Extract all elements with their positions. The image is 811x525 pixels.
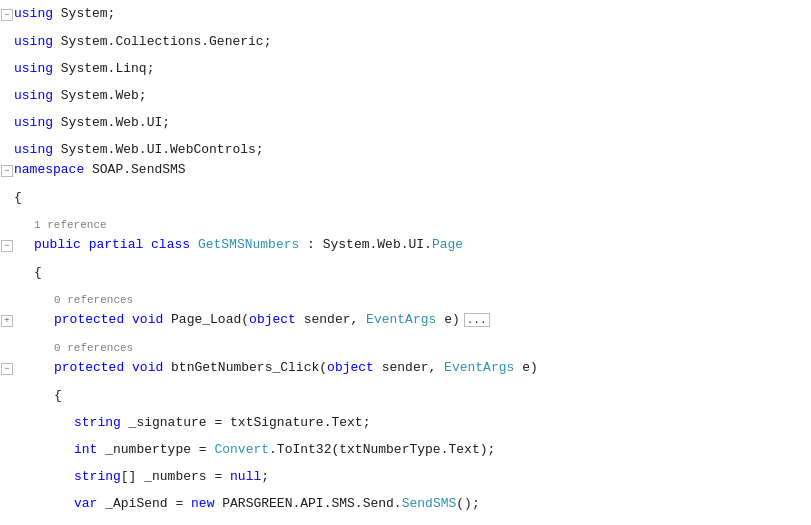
code-token xyxy=(81,237,89,252)
expand-button[interactable]: + xyxy=(1,315,13,327)
code-token: string xyxy=(74,415,121,430)
code-token: System.Web; xyxy=(53,88,147,103)
code-token: System.Collections.Generic; xyxy=(53,34,271,49)
code-content: using System.Web.UI.WebControls; xyxy=(14,140,264,160)
code-token: public xyxy=(34,237,81,252)
code-token: Convert xyxy=(214,442,269,457)
code-token: ; xyxy=(261,469,269,484)
code-content: using System; xyxy=(14,4,115,24)
collapse-button[interactable]: − xyxy=(1,9,13,21)
code-content: protected void btnGetNumbers_Click(objec… xyxy=(54,358,538,378)
code-token: Page_Load( xyxy=(163,312,249,327)
collapse-button[interactable]: − xyxy=(1,165,13,177)
code-token: System.Web.UI; xyxy=(53,115,170,130)
code-line: 0 references xyxy=(0,283,811,310)
code-content: using System.Web.UI; xyxy=(14,113,170,133)
code-content: 0 references xyxy=(54,338,133,358)
code-token: int xyxy=(74,442,97,457)
code-token: { xyxy=(54,388,62,403)
elipsis-badge[interactable]: ... xyxy=(464,313,490,327)
code-line: string _signature = txtSignature.Text; xyxy=(0,406,811,433)
code-content: namespace SOAP.SendSMS xyxy=(14,160,186,180)
code-content: string _signature = txtSignature.Text; xyxy=(74,413,370,433)
code-token: object xyxy=(327,360,374,375)
code-content: { xyxy=(34,263,42,283)
code-content: using System.Web; xyxy=(14,86,147,106)
gutter-icon[interactable]: − xyxy=(0,161,14,181)
code-token: e) xyxy=(514,360,537,375)
code-token: _signature = txtSignature.Text; xyxy=(121,415,371,430)
code-token: new xyxy=(191,496,214,511)
code-content: int _numbertype = Convert.ToInt32(txtNum… xyxy=(74,440,495,460)
gutter-icon xyxy=(0,514,14,525)
code-content: protected void Page_Load(object sender, … xyxy=(54,310,490,330)
code-token: SendSMS xyxy=(402,496,457,511)
gutter-icon xyxy=(0,106,14,126)
code-token: var xyxy=(74,496,97,511)
gutter-icon xyxy=(0,52,14,72)
code-token: _ApiSend = xyxy=(97,496,191,511)
code-line: { xyxy=(0,379,811,406)
code-token: sender, xyxy=(296,312,366,327)
code-content: { xyxy=(14,188,22,208)
code-token: e) xyxy=(436,312,459,327)
gutter-icon xyxy=(0,181,14,201)
code-token xyxy=(190,237,198,252)
gutter-icon xyxy=(0,256,14,276)
gutter-icon xyxy=(0,25,14,45)
collapse-button[interactable]: − xyxy=(1,363,13,375)
gutter-icon xyxy=(0,487,14,507)
code-line: using System.Linq; xyxy=(0,52,811,79)
collapse-button[interactable]: − xyxy=(1,240,13,252)
gutter-icon[interactable]: + xyxy=(0,311,14,331)
code-token: void xyxy=(132,312,163,327)
code-token: using xyxy=(14,88,53,103)
code-token: sender, xyxy=(374,360,444,375)
code-line: int _numbertype = Convert.ToInt32(txtNum… xyxy=(0,433,811,460)
gutter-icon[interactable]: − xyxy=(0,359,14,379)
code-content: 1 reference xyxy=(34,215,107,235)
code-token: namespace xyxy=(14,162,84,177)
gutter-icon xyxy=(0,331,14,351)
code-content: public partial class GetSMSNumbers : Sys… xyxy=(34,235,463,255)
code-token: Page xyxy=(432,237,463,252)
reference-count: 0 references xyxy=(54,294,133,306)
code-token: using xyxy=(14,142,53,157)
code-token xyxy=(124,312,132,327)
code-token: using xyxy=(14,34,53,49)
code-line: using System.Web; xyxy=(0,79,811,106)
gutter-icon xyxy=(0,379,14,399)
code-token: { xyxy=(14,190,22,205)
code-token: using xyxy=(14,61,53,76)
gutter-icon xyxy=(0,283,14,303)
code-line: int _result = _ApiSend.GetSMSNumbers(_si… xyxy=(0,514,811,525)
code-editor: −using System;using System.Collections.G… xyxy=(0,0,811,525)
code-token: null xyxy=(230,469,261,484)
code-token: SOAP.SendSMS xyxy=(84,162,185,177)
gutter-icon[interactable]: − xyxy=(0,5,14,25)
code-line: using System.Web.UI.WebControls; xyxy=(0,133,811,160)
gutter-icon[interactable]: − xyxy=(0,236,14,256)
code-token: .ToInt32(txtNumberType.Text); xyxy=(269,442,495,457)
code-content: using System.Collections.Generic; xyxy=(14,32,271,52)
code-token: EventArgs xyxy=(444,360,514,375)
code-token: using xyxy=(14,6,53,21)
code-line: 1 reference xyxy=(0,208,811,235)
code-token: PARSGREEN.API.SMS.Send. xyxy=(214,496,401,511)
code-token: : System.Web.UI. xyxy=(299,237,432,252)
code-token: protected xyxy=(54,360,124,375)
code-token: (); xyxy=(456,496,479,511)
code-line: { xyxy=(0,256,811,283)
code-line: using System.Collections.Generic; xyxy=(0,25,811,52)
code-line: using System.Web.UI; xyxy=(0,106,811,133)
code-token xyxy=(124,360,132,375)
code-token: System; xyxy=(53,6,115,21)
code-token: protected xyxy=(54,312,124,327)
code-line: 0 references xyxy=(0,331,811,358)
code-token: EventArgs xyxy=(366,312,436,327)
code-line: −namespace SOAP.SendSMS xyxy=(0,160,811,181)
code-token: _numbertype = xyxy=(97,442,214,457)
code-content: var _ApiSend = new PARSGREEN.API.SMS.Sen… xyxy=(74,494,480,514)
gutter-icon xyxy=(0,208,14,228)
code-token: btnGetNumbers_Click( xyxy=(163,360,327,375)
